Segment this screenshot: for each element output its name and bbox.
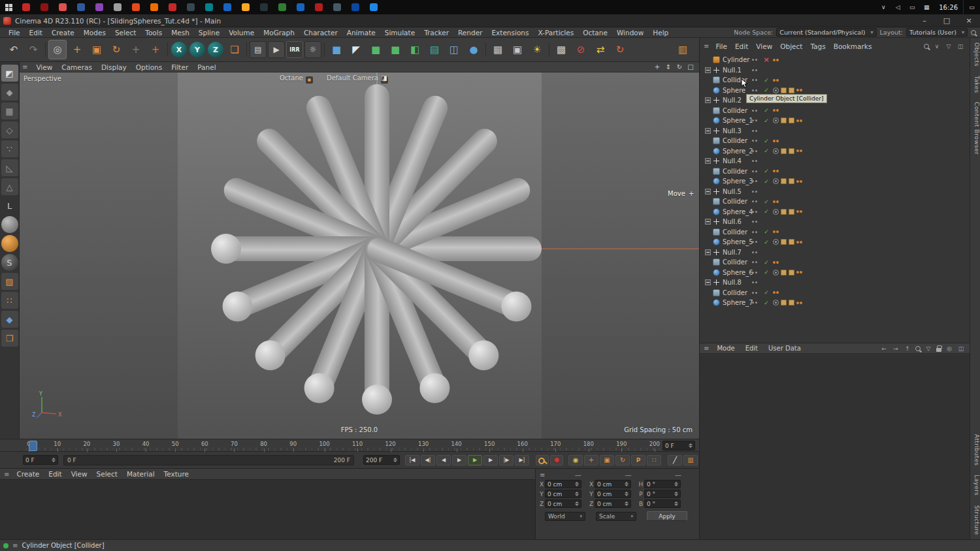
current-frame-field[interactable]: 0 F bbox=[662, 441, 695, 450]
taskbar-app-20[interactable] bbox=[365, 0, 383, 14]
enabled-check-icon[interactable]: ✓ bbox=[762, 259, 770, 266]
visibility-dots[interactable] bbox=[752, 69, 757, 71]
visibility-dots[interactable] bbox=[752, 119, 757, 121]
power-slider[interactable]: 0 F 200 F bbox=[63, 455, 354, 465]
object-row[interactable]: Collider✓ bbox=[700, 197, 970, 207]
render-picture-viewer-icon[interactable]: ▶ bbox=[268, 41, 285, 58]
menu-item[interactable]: Edit bbox=[25, 27, 47, 38]
phong-tag-icon[interactable] bbox=[773, 239, 779, 245]
network-icon[interactable]: ▭ bbox=[905, 0, 919, 14]
next-frame-button[interactable]: ▶ bbox=[483, 455, 498, 465]
menu-item[interactable]: Volume bbox=[224, 27, 259, 38]
phong-tag-icon[interactable] bbox=[773, 270, 779, 276]
sky-icon[interactable]: ▩ bbox=[552, 40, 570, 59]
polygons-mode-icon[interactable]: △ bbox=[1, 178, 18, 195]
panel-menu-icon[interactable]: ≡ bbox=[4, 471, 9, 478]
object-name[interactable]: Null.4 bbox=[723, 157, 742, 165]
dynamics-tag-icon[interactable] bbox=[773, 109, 779, 112]
geometry-tag-icon[interactable] bbox=[781, 87, 787, 93]
search-icon[interactable] bbox=[971, 30, 976, 35]
taskbar-app-7[interactable] bbox=[127, 0, 145, 14]
taskbar-app-11[interactable] bbox=[200, 0, 218, 14]
sim-dark-icon[interactable]: S bbox=[1, 254, 18, 271]
object-row[interactable]: Collider✓ bbox=[700, 227, 970, 238]
menu-item[interactable]: Animate bbox=[342, 27, 380, 38]
panel-tab[interactable]: Objects bbox=[972, 42, 980, 67]
object-name[interactable]: Collider bbox=[723, 228, 747, 236]
move-tool-icon[interactable]: + bbox=[68, 40, 86, 59]
minimize-button[interactable]: – bbox=[913, 14, 936, 27]
camera-icon[interactable]: ◨ bbox=[381, 74, 387, 82]
notification-center-icon[interactable]: ▭ bbox=[963, 0, 980, 14]
keyboard-icon[interactable]: ▦ bbox=[919, 0, 934, 14]
viewport-menu-item[interactable]: Cameras bbox=[57, 62, 97, 72]
taskbar-app-5[interactable] bbox=[90, 0, 108, 14]
visibility-dots[interactable] bbox=[752, 272, 757, 274]
chevron-icon[interactable]: ∨ bbox=[933, 42, 941, 50]
visibility-dots[interactable] bbox=[752, 160, 757, 162]
expand-toggle[interactable] bbox=[705, 128, 711, 134]
snap-icon[interactable]: ◆ bbox=[1, 311, 18, 328]
taskbar-app-2[interactable] bbox=[35, 0, 54, 14]
coords-value-field[interactable]: 0 ° bbox=[644, 480, 681, 488]
object-name[interactable]: Collider bbox=[723, 198, 747, 205]
sim-emitter-icon[interactable] bbox=[1, 235, 18, 252]
back-icon[interactable]: ← bbox=[880, 345, 888, 353]
object-manager-menu-item[interactable]: View bbox=[752, 41, 776, 52]
lock-z-icon[interactable]: Z bbox=[208, 42, 223, 57]
object-name[interactable]: Collider bbox=[723, 289, 747, 296]
menu-item[interactable]: Window bbox=[612, 27, 648, 38]
geometry-tag-icon[interactable] bbox=[789, 178, 794, 184]
menu-item[interactable]: Help bbox=[648, 27, 673, 38]
taskbar-app-17[interactable] bbox=[310, 0, 328, 14]
object-row[interactable]: Null.1 bbox=[700, 65, 970, 76]
dynamics-tag-icon[interactable] bbox=[773, 79, 779, 82]
coords-space-dropdown[interactable]: World▾ bbox=[545, 512, 585, 521]
object-name[interactable]: Collider bbox=[723, 168, 747, 175]
prohibit-icon[interactable]: ⊘ bbox=[572, 40, 590, 59]
taskbar-clock[interactable]: 16:26 bbox=[934, 4, 963, 11]
apply-button[interactable]: Apply bbox=[647, 511, 687, 521]
menu-item[interactable]: Simulate bbox=[380, 27, 419, 38]
pen-icon[interactable]: ╱ bbox=[668, 455, 682, 465]
visibility-dots[interactable] bbox=[752, 170, 757, 172]
object-name[interactable]: Collider bbox=[723, 137, 747, 144]
dynamics-tag-icon[interactable] bbox=[796, 150, 802, 152]
enabled-check-icon[interactable]: ✓ bbox=[762, 269, 770, 276]
geometry-tag-icon[interactable] bbox=[781, 148, 787, 154]
taskbar-app-9[interactable] bbox=[163, 0, 182, 14]
object-manager-menu-item[interactable]: Tags bbox=[806, 41, 829, 52]
workplane-mode-icon[interactable]: ◇ bbox=[1, 121, 18, 138]
enabled-check-icon[interactable]: ✓ bbox=[762, 300, 770, 306]
enabled-check-icon[interactable]: ✓ bbox=[762, 148, 770, 154]
search-icon[interactable] bbox=[915, 346, 921, 351]
phong-tag-icon[interactable] bbox=[773, 300, 779, 306]
visibility-dots[interactable] bbox=[752, 130, 757, 132]
viewport-menu-item[interactable]: Panel bbox=[193, 62, 220, 72]
viewport-menu-item[interactable]: Filter bbox=[167, 62, 193, 72]
coords-value-field[interactable]: 0 cm bbox=[545, 499, 581, 508]
expand-toggle[interactable] bbox=[705, 219, 711, 225]
object-row[interactable]: Collider✓ bbox=[700, 257, 970, 268]
taskbar-app-12[interactable] bbox=[218, 0, 237, 14]
key-selection-icon[interactable]: ◉ bbox=[568, 455, 583, 465]
object-row[interactable]: Sphere_6✓ bbox=[700, 268, 970, 278]
object-name[interactable]: Sphere_5 bbox=[723, 238, 753, 245]
menu-item[interactable]: Character bbox=[299, 27, 342, 38]
menu-item[interactable]: Modes bbox=[79, 27, 110, 38]
object-name[interactable]: Collider bbox=[723, 107, 747, 114]
measure-tool-icon[interactable]: L bbox=[1, 197, 18, 214]
plugin-icon[interactable]: ▥ bbox=[674, 40, 692, 59]
taskbar-app-14[interactable] bbox=[255, 0, 273, 14]
object-name[interactable]: Sphere_7 bbox=[723, 299, 753, 306]
pan-view-icon[interactable]: + bbox=[653, 63, 662, 71]
mograph-icon[interactable]: ▤ bbox=[425, 40, 444, 59]
taskbar-app-16[interactable] bbox=[291, 0, 310, 14]
object-name[interactable]: Sphere_3 bbox=[723, 178, 753, 185]
menu-item[interactable]: Create bbox=[47, 27, 79, 38]
geometry-tag-icon[interactable] bbox=[789, 148, 794, 154]
lock-y-icon[interactable]: Y bbox=[189, 42, 205, 57]
geometry-tag-icon[interactable] bbox=[789, 118, 794, 123]
object-row[interactable]: Sphere_1✓ bbox=[700, 116, 970, 126]
material-menu-item[interactable]: Select bbox=[92, 469, 122, 479]
